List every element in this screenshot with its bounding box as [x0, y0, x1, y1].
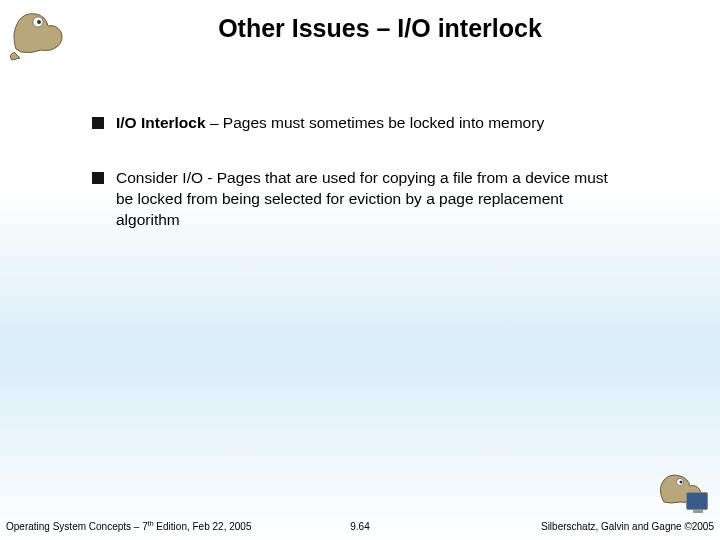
footer-copyright: Silberschatz, Galvin and Gagne ©2005: [541, 521, 714, 532]
bullet-item: I/O Interlock – Pages must sometimes be …: [92, 113, 620, 134]
slide-title: Other Issues – I/O interlock: [0, 0, 720, 43]
bullet-item: Consider I/O - Pages that are used for c…: [92, 168, 620, 231]
footer-left-text: Operating System Concepts – 7th Edition,…: [6, 520, 251, 532]
slide-content: I/O Interlock – Pages must sometimes be …: [0, 43, 720, 231]
bullet-marker-icon: [92, 117, 104, 129]
bullet-marker-icon: [92, 172, 104, 184]
bullet-text: Consider I/O - Pages that are used for c…: [116, 168, 620, 231]
footer-page-number: 9.64: [350, 521, 369, 532]
svg-point-1: [37, 20, 41, 24]
dinosaur-illustration-top: [6, 4, 76, 64]
bullet-text: I/O Interlock – Pages must sometimes be …: [116, 113, 620, 134]
svg-point-3: [680, 481, 683, 484]
computer-monitor-icon: [686, 492, 708, 510]
